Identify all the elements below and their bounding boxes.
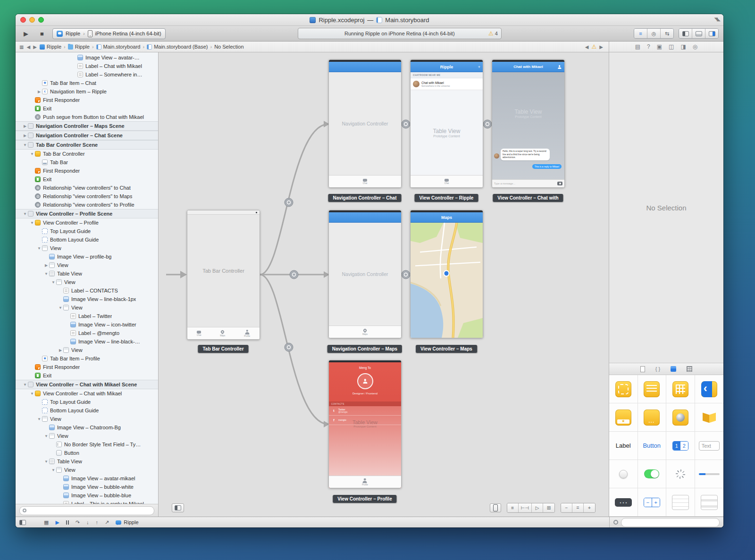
outline-item[interactable]: ▼View Controller – Chat with Mikael Scen… xyxy=(16,380,158,389)
scene-navigation-controller-chat[interactable]: Navigation Controller Chat xyxy=(328,59,402,188)
disclosure-triangle[interactable]: ▼ xyxy=(50,468,56,472)
outline-item[interactable]: Label – Twitter xyxy=(16,312,158,320)
zoom-in-button[interactable]: + xyxy=(584,503,595,512)
code-snippet-library-icon[interactable]: { } xyxy=(655,366,660,372)
outline-item[interactable]: Label – @mengto xyxy=(16,329,158,337)
segue-tbc-chat[interactable] xyxy=(260,124,328,275)
disclosure-triangle[interactable]: ▼ xyxy=(29,221,35,225)
library-item-slider[interactable] xyxy=(609,460,638,488)
outline-item[interactable]: Relationship "view controllers" to Profi… xyxy=(16,201,158,209)
outline-item[interactable]: Label – Chat with Mikael xyxy=(16,62,158,70)
library-item-navigation-controller[interactable] xyxy=(695,375,724,403)
pin-button[interactable]: ⊢⊣ xyxy=(519,503,532,512)
outline-item[interactable]: Exit xyxy=(16,175,158,184)
zoom-out-button[interactable]: − xyxy=(561,503,572,512)
library-item-segmented-control[interactable]: 12 xyxy=(666,432,695,460)
related-items-icon[interactable]: ▦ xyxy=(19,44,24,50)
forward-button[interactable]: ▶ xyxy=(33,44,37,50)
outline-item[interactable]: ▶View xyxy=(16,261,158,269)
library-item-activity-indicator[interactable] xyxy=(666,460,695,488)
library-item-stepper[interactable]: −+ xyxy=(638,488,667,517)
outline-item[interactable]: Tab Bar xyxy=(16,158,158,167)
breadcrumb-item[interactable]: Main.storyboard xyxy=(96,44,141,50)
outline-item[interactable]: ▼Table View xyxy=(16,269,158,278)
outline-item[interactable]: ▼View Controller – Chat with Mikael xyxy=(16,389,158,398)
disclosure-triangle[interactable]: ▼ xyxy=(36,417,42,421)
outline-item[interactable]: Tab Bar Item – Profile xyxy=(16,354,158,363)
scene-chip-vc-ripple[interactable]: View Controller – Ripple xyxy=(415,194,478,202)
zoom-button[interactable] xyxy=(38,17,44,23)
scene-chip-tab-bar-controller[interactable]: Tab Bar Controller xyxy=(198,345,248,353)
disclosure-triangle[interactable]: ▼ xyxy=(50,280,56,284)
issues-summary[interactable]: ⚠ 4 xyxy=(488,31,498,36)
identity-inspector-icon[interactable]: ▣ xyxy=(657,44,662,50)
disclosure-triangle[interactable]: ▼ xyxy=(43,434,49,438)
scene-view-controller-maps[interactable]: Maps xyxy=(410,210,483,338)
outline-item[interactable]: ▼Table View xyxy=(16,457,158,466)
file-template-library-icon[interactable] xyxy=(640,366,645,372)
outline-item[interactable]: Top Layout Guide xyxy=(16,398,158,406)
fullscreen-icon[interactable]: ◥◣ xyxy=(714,17,720,22)
library-item-label[interactable]: Label xyxy=(609,432,638,460)
outline-item[interactable]: First Responder xyxy=(16,96,158,104)
breadcrumb-item[interactable]: No Selection xyxy=(214,44,243,50)
step-out-icon[interactable]: ↑ xyxy=(96,520,99,525)
disclosure-triangle[interactable]: ▼ xyxy=(43,272,49,276)
step-into-icon[interactable]: ↓ xyxy=(86,520,89,525)
outline-item[interactable]: ▶Navigation Controller – Maps Scene xyxy=(16,121,158,131)
quick-help-inspector-icon[interactable]: ? xyxy=(647,44,650,50)
library-item-text-field[interactable]: Text xyxy=(695,432,724,460)
scene-chip-vc-chat-with[interactable]: View Controller – Chat with xyxy=(493,194,563,202)
outline-item[interactable]: Image View – profile-bg xyxy=(16,252,158,261)
scene-chip-nav-chat[interactable]: Navigation Controller – Chat xyxy=(328,194,401,202)
disclosure-triangle[interactable]: ▶ xyxy=(43,263,49,267)
standard-editor-button[interactable]: ≡ xyxy=(634,29,647,38)
outline-item[interactable]: Image View – bubble-white xyxy=(16,483,158,491)
embed-button[interactable]: ⊞ xyxy=(543,503,554,512)
scene-view-controller-profile[interactable]: Meng To Designer / Frontend CONTACTS t T… xyxy=(328,360,402,488)
step-over-icon[interactable]: ↷ xyxy=(76,520,80,525)
close-button[interactable] xyxy=(20,17,26,23)
outline-item[interactable]: ▼View Controller – Profile xyxy=(16,218,158,227)
outline-item[interactable]: Bottom Layout Guide xyxy=(16,406,158,415)
size-inspector-icon[interactable]: ◨ xyxy=(680,44,686,50)
align-button[interactable]: ≡ xyxy=(507,503,519,512)
outline-item[interactable]: Relationship "view controllers" to Maps xyxy=(16,192,158,201)
outline-item[interactable]: ▶Navigation Item – Ripple xyxy=(16,87,158,96)
outline-item[interactable]: ▼Tab Bar Controller Scene xyxy=(16,140,158,150)
connections-inspector-icon[interactable]: ◎ xyxy=(693,44,697,50)
outline-item[interactable]: Bottom Layout Guide xyxy=(16,235,158,244)
location-icon[interactable]: ↗ xyxy=(105,520,109,525)
outline-item[interactable]: ▼View xyxy=(16,415,158,423)
toggle-outline-button[interactable] xyxy=(172,503,184,512)
device-size-button[interactable] xyxy=(490,503,501,512)
toggle-navigator-button[interactable] xyxy=(679,29,692,38)
outline-item[interactable]: Image View – Chatroom-Bg xyxy=(16,423,158,432)
outline-item[interactable]: ▶Navigation Controller – Chat Scene xyxy=(16,131,158,140)
outline-item[interactable]: Button xyxy=(16,449,158,457)
scene-view-controller-chat-with-mikael[interactable]: Chat with Mikael Table View Prototype Co… xyxy=(492,59,565,188)
disclosure-triangle[interactable]: ▼ xyxy=(29,392,35,396)
library-item-page-control[interactable] xyxy=(609,488,638,517)
library-item-collection-view-controller[interactable] xyxy=(666,375,695,403)
outline-item[interactable]: Image View – bubble-blue xyxy=(16,491,158,500)
assistant-editor-button[interactable]: ◎ xyxy=(647,29,661,38)
zoom-fit-button[interactable]: = xyxy=(572,503,584,512)
scene-chip-vc-maps[interactable]: View Controller – Maps xyxy=(416,345,477,353)
storyboard-canvas[interactable]: Tab Bar Controller Chat Maps Profile Nav… xyxy=(159,52,609,517)
disclosure-triangle[interactable]: ▶ xyxy=(22,124,28,128)
breadcrumb-item[interactable]: Ripple xyxy=(40,44,61,50)
file-inspector-icon[interactable]: ▤ xyxy=(635,44,640,50)
library-item-table-view-controller[interactable] xyxy=(638,375,667,403)
breadcrumb-item[interactable]: Ripple xyxy=(68,44,90,50)
disclosure-triangle[interactable]: ▼ xyxy=(22,383,28,387)
outline-item[interactable]: Relationship "view controllers" to Chat xyxy=(16,184,158,192)
library-item-button[interactable]: Button xyxy=(638,432,667,460)
outline-item[interactable]: Exit xyxy=(16,104,158,113)
toggle-utilities-button[interactable] xyxy=(705,29,718,38)
outline-item[interactable]: Label – Somewhere in… xyxy=(16,70,158,79)
outline-item[interactable]: Top Layout Guide xyxy=(16,227,158,235)
outline-item[interactable]: Image View – line-black-1px xyxy=(16,295,158,303)
scene-tab-bar-controller[interactable]: Tab Bar Controller Chat Maps Profile xyxy=(187,210,260,340)
library-item-object[interactable] xyxy=(695,403,724,432)
